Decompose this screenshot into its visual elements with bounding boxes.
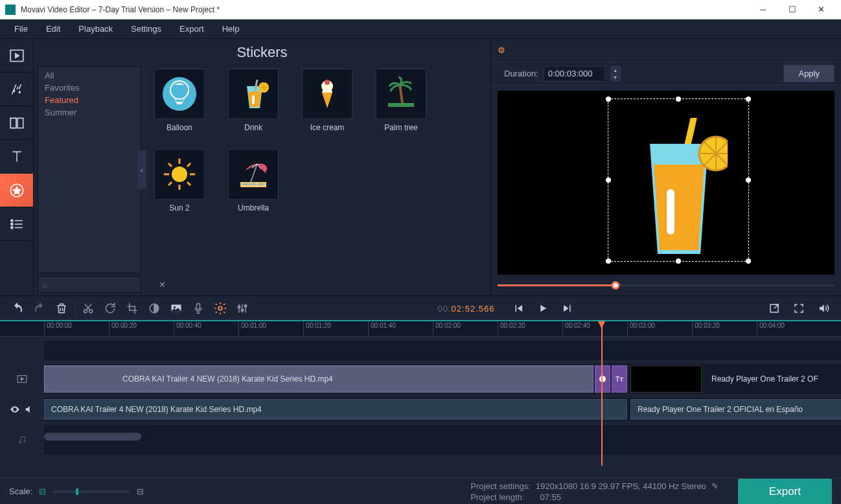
svg-line-32 bbox=[168, 163, 172, 166]
menu-playback[interactable]: Playback bbox=[69, 20, 122, 38]
redo-button[interactable] bbox=[29, 297, 51, 319]
project-info: Project settings:1920x1080 16:9 29.97 FP… bbox=[470, 481, 719, 502]
menu-settings[interactable]: Settings bbox=[122, 20, 170, 38]
svg-rect-19 bbox=[177, 102, 182, 104]
delete-button[interactable] bbox=[51, 297, 73, 319]
clip-properties-button[interactable] bbox=[209, 297, 231, 319]
search-input[interactable] bbox=[47, 280, 156, 290]
svg-marker-61 bbox=[21, 378, 24, 381]
prev-button[interactable] bbox=[507, 297, 529, 319]
speaker-icon[interactable] bbox=[24, 404, 34, 415]
sticker-palmtree[interactable]: Palm tree bbox=[376, 69, 426, 132]
scale-max-icon[interactable]: ⊟ bbox=[137, 487, 144, 496]
fullscreen-button[interactable] bbox=[788, 297, 810, 319]
svg-point-13 bbox=[10, 226, 12, 228]
video-clip-2[interactable]: Ready Player One Trailer 2 OF bbox=[705, 365, 841, 393]
duration-input[interactable] bbox=[544, 66, 605, 82]
search-clear-button[interactable]: ✕ bbox=[156, 280, 168, 290]
menu-help[interactable]: Help bbox=[213, 20, 249, 38]
menu-file[interactable]: File bbox=[5, 20, 37, 38]
svg-line-35 bbox=[168, 182, 172, 185]
svg-rect-56 bbox=[238, 306, 240, 308]
undo-button[interactable] bbox=[6, 297, 29, 319]
stickers-grid: Balloon Drink Ice cream Palm tree Sun 2 bbox=[141, 65, 490, 275]
filters-tab[interactable] bbox=[0, 73, 33, 106]
maximize-button[interactable]: ☐ bbox=[778, 0, 807, 19]
cat-favorites[interactable]: Favorites bbox=[38, 82, 141, 94]
scale-slider[interactable] bbox=[52, 490, 130, 493]
collapse-sidebar-button[interactable]: ‹ bbox=[137, 150, 146, 189]
picture-button[interactable] bbox=[165, 297, 187, 319]
clip-properties: Duration: ▲▼ Apply bbox=[491, 62, 841, 86]
rotate-button[interactable] bbox=[99, 297, 121, 319]
titlebar: Movavi Video Editor – 7-Day Trial Versio… bbox=[0, 0, 841, 19]
popout-button[interactable] bbox=[763, 297, 785, 319]
sticker-balloon[interactable]: Balloon bbox=[154, 69, 205, 132]
main-area: Stickers All Favorites Featured Summer ‹… bbox=[0, 39, 841, 295]
stickers-tab[interactable] bbox=[0, 174, 33, 207]
left-toolbar bbox=[0, 39, 34, 295]
apply-button[interactable]: Apply bbox=[783, 65, 835, 82]
import-tab[interactable] bbox=[0, 39, 33, 73]
more-tab[interactable] bbox=[0, 207, 33, 241]
equalizer-button[interactable] bbox=[231, 297, 253, 319]
svg-rect-5 bbox=[17, 118, 23, 128]
svg-point-15 bbox=[163, 77, 196, 111]
next-button[interactable] bbox=[557, 297, 579, 319]
selection-box[interactable] bbox=[608, 98, 749, 262]
crop-button[interactable] bbox=[121, 297, 143, 319]
transitions-tab[interactable] bbox=[0, 106, 33, 140]
sticker-icecream[interactable]: Ice cream bbox=[302, 69, 352, 132]
volume-button[interactable] bbox=[812, 297, 835, 319]
cat-featured[interactable]: Featured bbox=[38, 94, 141, 106]
duration-stepper[interactable]: ▲▼ bbox=[610, 66, 621, 82]
timecode: 00:02:52.566 bbox=[438, 301, 495, 315]
mic-button[interactable] bbox=[187, 297, 209, 319]
cat-summer[interactable]: Summer bbox=[38, 106, 141, 119]
sticker-sun2[interactable]: Sun 2 bbox=[154, 149, 205, 212]
eye-icon[interactable] bbox=[10, 404, 20, 415]
svg-line-33 bbox=[187, 182, 190, 185]
close-button[interactable]: ✕ bbox=[807, 0, 836, 19]
svg-rect-57 bbox=[241, 309, 243, 311]
preview-viewport[interactable] bbox=[498, 91, 835, 275]
preview-header: ⚙ bbox=[491, 39, 841, 62]
play-button[interactable] bbox=[532, 297, 554, 319]
video-clip-1[interactable]: COBRA KAI Trailer 4 NEW (2018) Karate Ki… bbox=[44, 365, 593, 393]
edit-settings-icon[interactable]: ✎ bbox=[711, 481, 719, 491]
svg-marker-8 bbox=[13, 187, 20, 194]
titles-tab[interactable] bbox=[0, 140, 33, 174]
playback-slider[interactable] bbox=[498, 280, 835, 290]
color-button[interactable] bbox=[143, 297, 165, 319]
gear-icon[interactable]: ⚙ bbox=[498, 45, 505, 55]
sticker-clip[interactable] bbox=[595, 365, 610, 393]
audio-clip-2[interactable]: Ready Player One Trailer 2 OFICIAL en Es… bbox=[630, 399, 841, 420]
svg-marker-1 bbox=[15, 53, 18, 58]
timeline-ruler[interactable]: 00:00:0000:00:2000:00:4000:01:0000:01:20… bbox=[0, 321, 841, 337]
playhead[interactable] bbox=[601, 321, 603, 466]
timeline-scrollbar[interactable] bbox=[44, 433, 141, 441]
video-clip-thumb[interactable] bbox=[630, 365, 702, 393]
svg-point-50 bbox=[174, 306, 176, 308]
menu-export[interactable]: Export bbox=[170, 20, 213, 38]
video-track: COBRA KAI Trailer 4 NEW (2018) Karate Ki… bbox=[0, 364, 841, 394]
panel-title: Stickers bbox=[34, 39, 490, 65]
sticker-umbrella[interactable]: Umbrella bbox=[228, 149, 279, 212]
app-icon bbox=[5, 5, 16, 15]
cat-all[interactable]: All bbox=[38, 69, 141, 82]
svg-point-64 bbox=[23, 441, 25, 442]
window-title: Movavi Video Editor – 7-Day Trial Versio… bbox=[21, 5, 748, 14]
menubar: File Edit Playback Settings Export Help bbox=[0, 19, 841, 39]
svg-line-34 bbox=[187, 163, 190, 166]
title-clip[interactable]: Tᴛ bbox=[612, 365, 627, 393]
scale-min-icon[interactable]: ⊟ bbox=[39, 487, 46, 496]
menu-edit[interactable]: Edit bbox=[37, 20, 69, 38]
export-button[interactable]: Export bbox=[738, 479, 832, 505]
svg-rect-6 bbox=[10, 118, 16, 128]
audio-clip-1[interactable]: COBRA KAI Trailer 4 NEW (2018) Karate Ki… bbox=[44, 399, 627, 420]
svg-point-52 bbox=[218, 306, 222, 310]
minimize-button[interactable]: ─ bbox=[748, 0, 778, 19]
search-icon: ⌕ bbox=[42, 280, 47, 290]
sticker-drink[interactable]: Drink bbox=[228, 69, 279, 132]
cut-button[interactable] bbox=[77, 297, 99, 319]
